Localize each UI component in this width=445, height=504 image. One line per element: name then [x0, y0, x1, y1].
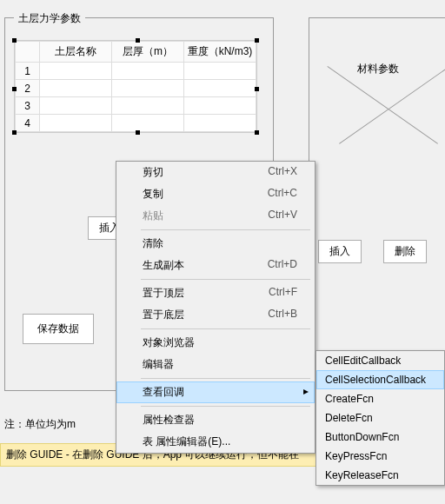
header-blank	[16, 42, 40, 63]
unit-note: 注：单位均为m	[4, 417, 76, 432]
panel-title-right: 材料参数	[357, 62, 399, 76]
resize-handle[interactable]	[136, 130, 140, 135]
insert-button-right[interactable]: 插入	[318, 240, 362, 263]
submenu-cellselection[interactable]: CellSelectionCallback	[316, 370, 444, 389]
submenu-createfcn[interactable]: CreateFcn	[316, 389, 444, 408]
menu-table-props[interactable]: 表 属性编辑器(E)...	[116, 431, 315, 453]
context-menu[interactable]: 剪切Ctrl+X 复制Ctrl+C 粘贴Ctrl+V 清除 生成副本Ctrl+D…	[116, 161, 315, 454]
menu-separator	[141, 406, 310, 407]
resize-handle[interactable]	[255, 87, 259, 91]
menu-paste[interactable]: 粘贴Ctrl+V	[116, 205, 315, 227]
header-thickness: 层厚（m）	[112, 42, 184, 63]
diagram-lines	[328, 66, 445, 140]
menu-send-back[interactable]: 置于底层Ctrl+B	[116, 304, 315, 326]
submenu-buttondownfcn[interactable]: ButtonDownFcn	[316, 428, 444, 447]
menu-bring-front[interactable]: 置于顶层Ctrl+F	[116, 282, 315, 304]
header-weight: 重度（kN/m3)	[184, 42, 256, 63]
table-row: 2	[16, 80, 256, 97]
menu-duplicate[interactable]: 生成副本Ctrl+D	[116, 255, 315, 276]
menu-property-inspector[interactable]: 属性检查器	[116, 409, 315, 431]
soil-table[interactable]: 土层名称 层厚（m） 重度（kN/m3) 1 2 3 4	[14, 40, 257, 133]
submenu-deletefcn[interactable]: DeleteFcn	[316, 408, 444, 428]
menu-clear[interactable]: 清除	[116, 233, 315, 255]
resize-handle[interactable]	[12, 87, 17, 91]
resize-handle[interactable]	[136, 38, 140, 43]
menu-separator	[141, 279, 310, 280]
callbacks-submenu[interactable]: CellEditCallback CellSelectionCallback C…	[315, 350, 445, 486]
submenu-keypressfcn[interactable]: KeyPressFcn	[316, 447, 444, 466]
menu-separator	[141, 378, 310, 379]
menu-editor[interactable]: 编辑器	[116, 354, 315, 375]
resize-handle[interactable]	[12, 130, 17, 135]
menu-cut[interactable]: 剪切Ctrl+X	[116, 162, 315, 183]
panel-title-left: 土层力学参数	[14, 11, 85, 26]
submenu-keyreleasefcn[interactable]: KeyReleaseFcn	[316, 466, 444, 485]
menu-copy[interactable]: 复制Ctrl+C	[116, 183, 315, 205]
resize-handle[interactable]	[255, 130, 259, 135]
save-data-button[interactable]: 保存数据	[23, 314, 94, 344]
menu-separator	[141, 229, 310, 230]
menu-view-callbacks[interactable]: 查看回调▸	[116, 381, 315, 403]
material-params-panel: 材料参数 插入 删除	[309, 17, 445, 391]
resize-handle[interactable]	[255, 38, 259, 43]
table-row: 3	[16, 97, 256, 115]
resize-handle[interactable]	[12, 38, 17, 43]
table-row: 1	[16, 63, 256, 80]
submenu-celledit[interactable]: CellEditCallback	[316, 351, 444, 370]
delete-button-right[interactable]: 删除	[383, 240, 427, 263]
table-row: 4	[16, 115, 256, 132]
menu-object-browser[interactable]: 对象浏览器	[116, 332, 315, 354]
menu-separator	[141, 328, 310, 329]
header-name: 土层名称	[40, 42, 112, 63]
chevron-right-icon: ▸	[303, 385, 309, 397]
